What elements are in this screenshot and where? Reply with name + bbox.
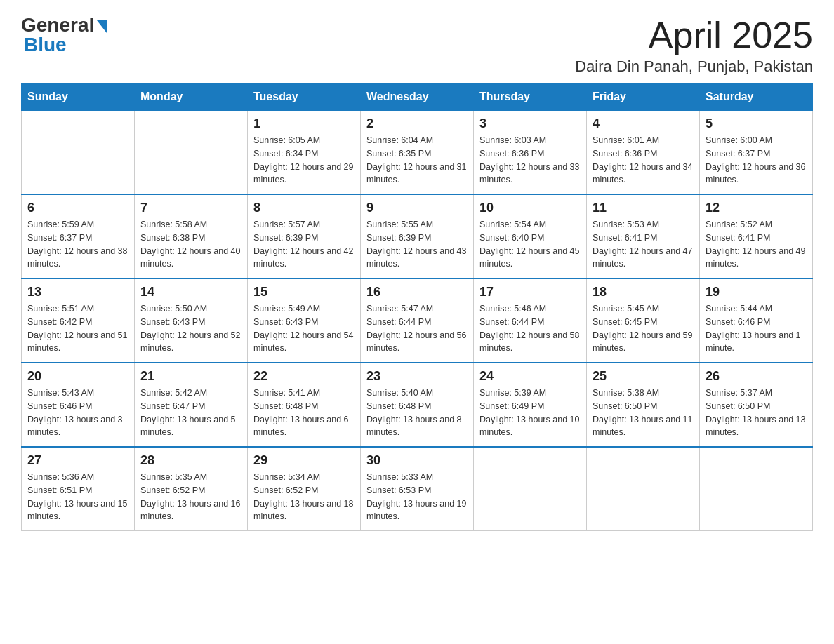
day-number: 11 <box>593 201 694 215</box>
daylight-text: Daylight: 12 hours and 33 minutes. <box>479 161 581 187</box>
sunset-text: Sunset: 6:48 PM <box>253 400 355 413</box>
day-info: Sunrise: 5:44 AMSunset: 6:46 PMDaylight:… <box>706 302 807 355</box>
day-info: Sunrise: 5:51 AMSunset: 6:42 PMDaylight:… <box>27 302 128 355</box>
calendar-cell: 14Sunrise: 5:50 AMSunset: 6:43 PMDayligh… <box>135 279 248 363</box>
calendar-cell: 9Sunrise: 5:55 AMSunset: 6:39 PMDaylight… <box>361 194 474 279</box>
day-info: Sunrise: 5:55 AMSunset: 6:39 PMDaylight:… <box>366 218 468 271</box>
sunrise-text: Sunrise: 5:53 AM <box>593 218 694 232</box>
sunrise-text: Sunrise: 5:45 AM <box>593 302 694 316</box>
calendar-cell: 19Sunrise: 5:44 AMSunset: 6:46 PMDayligh… <box>700 279 813 363</box>
calendar-cell: 17Sunrise: 5:46 AMSunset: 6:44 PMDayligh… <box>474 279 587 363</box>
daylight-text: Daylight: 13 hours and 6 minutes. <box>253 413 355 440</box>
sunset-text: Sunset: 6:47 PM <box>140 400 241 413</box>
sunset-text: Sunset: 6:41 PM <box>593 232 694 245</box>
sunrise-text: Sunrise: 5:59 AM <box>27 218 128 232</box>
day-number: 9 <box>366 201 468 215</box>
sunrise-text: Sunrise: 6:03 AM <box>479 134 581 147</box>
day-number: 27 <box>27 453 128 468</box>
calendar-cell: 6Sunrise: 5:59 AMSunset: 6:37 PMDaylight… <box>22 194 135 279</box>
calendar-cell: 7Sunrise: 5:58 AMSunset: 6:38 PMDaylight… <box>135 194 248 279</box>
day-number: 14 <box>140 285 241 300</box>
calendar-cell: 18Sunrise: 5:45 AMSunset: 6:45 PMDayligh… <box>587 279 700 363</box>
day-number: 12 <box>706 201 807 215</box>
calendar-week-row: 27Sunrise: 5:36 AMSunset: 6:51 PMDayligh… <box>22 447 813 531</box>
sunrise-text: Sunrise: 5:50 AM <box>140 302 241 316</box>
day-info: Sunrise: 5:50 AMSunset: 6:43 PMDaylight:… <box>140 302 241 355</box>
day-number: 20 <box>27 369 128 384</box>
sunrise-text: Sunrise: 5:55 AM <box>366 218 468 232</box>
calendar-cell: 25Sunrise: 5:38 AMSunset: 6:50 PMDayligh… <box>587 363 700 447</box>
daylight-text: Daylight: 12 hours and 38 minutes. <box>27 245 128 271</box>
sunset-text: Sunset: 6:39 PM <box>366 232 468 245</box>
calendar-cell <box>700 447 813 531</box>
sunset-text: Sunset: 6:43 PM <box>253 316 355 329</box>
day-number: 1 <box>253 116 355 131</box>
sunset-text: Sunset: 6:44 PM <box>366 316 468 329</box>
daylight-text: Daylight: 13 hours and 5 minutes. <box>140 413 241 440</box>
calendar-week-row: 1Sunrise: 6:05 AMSunset: 6:34 PMDaylight… <box>22 111 813 195</box>
calendar-cell: 16Sunrise: 5:47 AMSunset: 6:44 PMDayligh… <box>361 279 474 363</box>
day-info: Sunrise: 5:57 AMSunset: 6:39 PMDaylight:… <box>253 218 355 271</box>
day-number: 16 <box>366 285 468 300</box>
calendar-table: SundayMondayTuesdayWednesdayThursdayFrid… <box>21 83 813 531</box>
daylight-text: Daylight: 12 hours and 58 minutes. <box>479 329 581 356</box>
logo-triangle-icon <box>97 20 107 33</box>
day-number: 28 <box>140 453 241 468</box>
day-info: Sunrise: 5:47 AMSunset: 6:44 PMDaylight:… <box>366 302 468 355</box>
day-info: Sunrise: 5:59 AMSunset: 6:37 PMDaylight:… <box>27 218 128 271</box>
sunset-text: Sunset: 6:37 PM <box>706 147 807 161</box>
sunset-text: Sunset: 6:50 PM <box>593 400 694 413</box>
day-number: 5 <box>706 116 807 131</box>
daylight-text: Daylight: 13 hours and 18 minutes. <box>253 497 355 524</box>
sunset-text: Sunset: 6:36 PM <box>479 147 581 161</box>
calendar-cell: 23Sunrise: 5:40 AMSunset: 6:48 PMDayligh… <box>361 363 474 447</box>
sunset-text: Sunset: 6:39 PM <box>253 232 355 245</box>
sunrise-text: Sunrise: 5:46 AM <box>479 302 581 316</box>
calendar-cell <box>135 111 248 195</box>
calendar-cell: 1Sunrise: 6:05 AMSunset: 6:34 PMDaylight… <box>248 111 361 195</box>
sunrise-text: Sunrise: 6:05 AM <box>253 134 355 147</box>
sunrise-text: Sunrise: 5:35 AM <box>140 471 241 484</box>
day-number: 6 <box>27 201 128 215</box>
weekday-header-sunday: Sunday <box>22 83 135 111</box>
calendar-cell: 3Sunrise: 6:03 AMSunset: 6:36 PMDaylight… <box>474 111 587 195</box>
daylight-text: Daylight: 12 hours and 51 minutes. <box>27 329 128 356</box>
sunrise-text: Sunrise: 6:01 AM <box>593 134 694 147</box>
day-info: Sunrise: 5:39 AMSunset: 6:49 PMDaylight:… <box>479 387 581 439</box>
calendar-cell: 22Sunrise: 5:41 AMSunset: 6:48 PMDayligh… <box>248 363 361 447</box>
day-info: Sunrise: 5:45 AMSunset: 6:45 PMDaylight:… <box>593 302 694 355</box>
weekday-header-friday: Friday <box>587 83 700 111</box>
sunset-text: Sunset: 6:36 PM <box>593 147 694 161</box>
day-info: Sunrise: 5:34 AMSunset: 6:52 PMDaylight:… <box>253 471 355 523</box>
day-number: 29 <box>253 453 355 468</box>
sunrise-text: Sunrise: 5:38 AM <box>593 387 694 400</box>
day-number: 19 <box>706 285 807 300</box>
logo: General Blue <box>21 14 107 56</box>
sunrise-text: Sunrise: 5:47 AM <box>366 302 468 316</box>
calendar-cell: 8Sunrise: 5:57 AMSunset: 6:39 PMDaylight… <box>248 194 361 279</box>
day-number: 23 <box>366 369 468 384</box>
day-number: 10 <box>479 201 581 215</box>
sunset-text: Sunset: 6:44 PM <box>479 316 581 329</box>
sunrise-text: Sunrise: 6:04 AM <box>366 134 468 147</box>
calendar-cell: 11Sunrise: 5:53 AMSunset: 6:41 PMDayligh… <box>587 194 700 279</box>
sunrise-text: Sunrise: 5:33 AM <box>366 471 468 484</box>
calendar-cell: 13Sunrise: 5:51 AMSunset: 6:42 PMDayligh… <box>22 279 135 363</box>
sunset-text: Sunset: 6:46 PM <box>706 316 807 329</box>
weekday-header-saturday: Saturday <box>700 83 813 111</box>
daylight-text: Daylight: 13 hours and 8 minutes. <box>366 413 468 440</box>
daylight-text: Daylight: 13 hours and 13 minutes. <box>706 413 807 440</box>
day-info: Sunrise: 6:05 AMSunset: 6:34 PMDaylight:… <box>253 134 355 187</box>
calendar-cell <box>474 447 587 531</box>
daylight-text: Daylight: 13 hours and 11 minutes. <box>593 413 694 440</box>
day-number: 18 <box>593 285 694 300</box>
day-number: 24 <box>479 369 581 384</box>
page-header: General Blue April 2025 Daira Din Panah,… <box>21 14 813 76</box>
day-info: Sunrise: 6:01 AMSunset: 6:36 PMDaylight:… <box>593 134 694 187</box>
calendar-cell: 15Sunrise: 5:49 AMSunset: 6:43 PMDayligh… <box>248 279 361 363</box>
sunset-text: Sunset: 6:34 PM <box>253 147 355 161</box>
calendar-cell: 4Sunrise: 6:01 AMSunset: 6:36 PMDaylight… <box>587 111 700 195</box>
sunrise-text: Sunrise: 5:44 AM <box>706 302 807 316</box>
daylight-text: Daylight: 13 hours and 3 minutes. <box>27 413 128 440</box>
sunrise-text: Sunrise: 5:34 AM <box>253 471 355 484</box>
